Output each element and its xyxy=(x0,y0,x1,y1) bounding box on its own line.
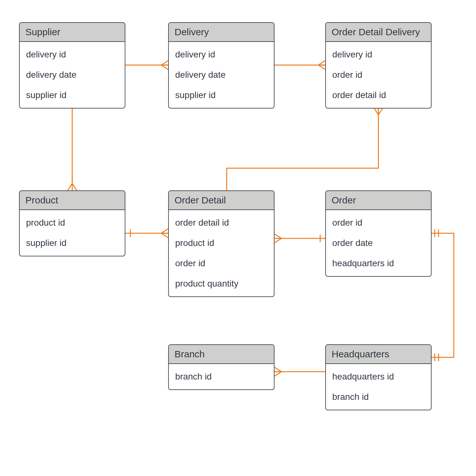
entity-title: Order xyxy=(326,191,431,210)
entity-attrs: delivery id delivery date supplier id xyxy=(169,42,274,108)
entity-title: Order Detail xyxy=(169,191,274,210)
entity-attr: order detail id xyxy=(326,85,431,105)
entity-attr: delivery date xyxy=(20,65,125,85)
entity-title: Supplier xyxy=(20,23,125,42)
entity-attr: order detail id xyxy=(169,213,274,233)
entity-supplier: Supplier delivery id delivery date suppl… xyxy=(19,22,125,109)
entity-attr: delivery id xyxy=(20,44,125,65)
entity-attr: delivery id xyxy=(169,44,274,65)
entity-attr: delivery id xyxy=(326,44,431,65)
entity-attr: product id xyxy=(20,213,125,233)
entity-attr: delivery date xyxy=(169,65,274,85)
entity-attrs: delivery id delivery date supplier id xyxy=(20,42,125,108)
entity-attrs: branch id xyxy=(169,364,274,389)
entity-title: Headquarters xyxy=(326,345,431,364)
entity-branch: Branch branch id xyxy=(168,344,274,390)
entity-attrs: order detail id product id order id prod… xyxy=(169,210,274,296)
entity-attr: order id xyxy=(326,213,431,233)
entity-attr: supplier id xyxy=(169,85,274,105)
entity-attr: order date xyxy=(326,233,431,253)
entity-product: Product product id supplier id xyxy=(19,190,125,256)
entity-attr: product quantity xyxy=(169,274,274,294)
entity-attr: product id xyxy=(169,233,274,253)
er-diagram-canvas: Supplier delivery id delivery date suppl… xyxy=(0,0,476,476)
entity-attr: branch id xyxy=(326,387,431,407)
entity-attr: branch id xyxy=(169,367,274,387)
entity-attr: order id xyxy=(169,253,274,274)
entity-attrs: headquarters id branch id xyxy=(326,364,431,410)
entity-order: Order order id order date headquarters i… xyxy=(325,190,432,277)
entity-attr: supplier id xyxy=(20,85,125,105)
entity-attr: order id xyxy=(326,65,431,85)
entity-title: Branch xyxy=(169,345,274,364)
entity-order-detail-delivery: Order Detail Delivery delivery id order … xyxy=(325,22,432,109)
entity-attrs: product id supplier id xyxy=(20,210,125,256)
entity-order-detail: Order Detail order detail id product id … xyxy=(168,190,274,297)
entity-attrs: order id order date headquarters id xyxy=(326,210,431,276)
entity-attr: headquarters id xyxy=(326,253,431,274)
entity-title: Order Detail Delivery xyxy=(326,23,431,42)
entity-delivery: Delivery delivery id delivery date suppl… xyxy=(168,22,274,109)
entity-attrs: delivery id order id order detail id xyxy=(326,42,431,108)
entity-attr: headquarters id xyxy=(326,367,431,387)
entity-headquarters: Headquarters headquarters id branch id xyxy=(325,344,432,410)
entity-title: Product xyxy=(20,191,125,210)
entity-title: Delivery xyxy=(169,23,274,42)
entity-attr: supplier id xyxy=(20,233,125,253)
